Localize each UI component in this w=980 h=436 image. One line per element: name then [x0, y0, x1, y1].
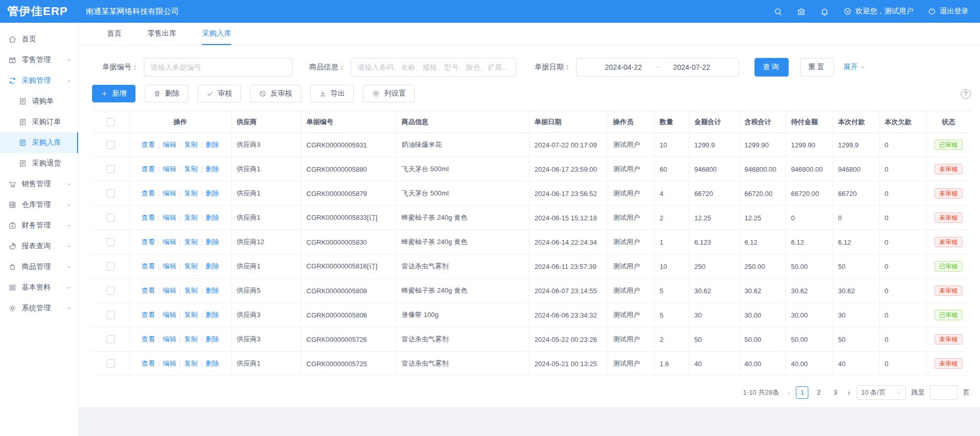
edit-link[interactable]: 编辑	[163, 165, 176, 173]
edit-link[interactable]: 编辑	[163, 287, 176, 294]
next-page-button[interactable]: ›	[847, 388, 851, 397]
copy-link[interactable]: 复制	[184, 214, 198, 221]
sidebar-item-warehouse-mgmt[interactable]: 仓库管理	[0, 194, 78, 215]
edit-link[interactable]: 编辑	[163, 141, 176, 148]
jump-page-input[interactable]	[930, 385, 958, 400]
row-checkbox[interactable]	[107, 359, 115, 368]
chevron-down-icon	[66, 285, 72, 291]
row-checkbox[interactable]	[107, 238, 115, 246]
delete-link[interactable]: 删除	[206, 262, 219, 270]
export-button[interactable]: 导出	[310, 85, 354, 102]
row-checkbox[interactable]	[107, 262, 115, 270]
delete-link[interactable]: 删除	[206, 335, 219, 343]
sidebar-item-basic-data[interactable]: 基本资料	[0, 277, 78, 298]
page-button-1[interactable]: 1	[796, 386, 808, 399]
sidebar-item-finance-mgmt[interactable]: 财务管理	[0, 215, 78, 236]
product-info-input[interactable]	[351, 58, 516, 77]
delete-link[interactable]: 删除	[206, 311, 219, 319]
delete-button[interactable]: 删除	[145, 85, 188, 102]
tab-retail-outbound[interactable]: 零售出库	[147, 23, 176, 45]
sidebar-item-home[interactable]: 首页	[0, 29, 78, 50]
cell-tax_total: 12.25	[739, 206, 786, 230]
bank-icon[interactable]	[797, 7, 806, 16]
audit-button[interactable]: 审核	[198, 85, 241, 102]
delete-link[interactable]: 删除	[206, 238, 219, 246]
date-to-value[interactable]: 2024-07-22	[673, 63, 711, 71]
column-header: 状态	[926, 111, 971, 133]
copy-link[interactable]: 复制	[184, 238, 198, 246]
row-checkbox[interactable]	[107, 214, 115, 222]
user-menu[interactable]: 欢迎您，测试用户	[843, 7, 913, 16]
copy-link[interactable]: 复制	[184, 165, 198, 173]
page-button-3[interactable]: 3	[829, 386, 841, 399]
view-link[interactable]: 查看	[141, 262, 155, 270]
delete-link[interactable]: 删除	[206, 141, 219, 148]
view-link[interactable]: 查看	[141, 214, 155, 221]
date-from-value[interactable]: 2024-04-22	[605, 63, 642, 71]
view-link[interactable]: 查看	[141, 311, 155, 319]
expand-toggle[interactable]: 展开	[843, 63, 866, 72]
sidebar-item-product-mgmt[interactable]: 商品管理	[0, 257, 78, 277]
add-button[interactable]: 新增	[92, 85, 135, 102]
edit-link[interactable]: 编辑	[163, 335, 176, 343]
view-link[interactable]: 查看	[141, 165, 155, 173]
view-link[interactable]: 查看	[141, 141, 155, 148]
tab-purchase-inbound[interactable]: 采购入库	[202, 23, 231, 45]
tab-home[interactable]: 首页	[107, 23, 122, 45]
row-checkbox[interactable]	[107, 287, 115, 295]
page-size-select[interactable]: 10 条/页	[856, 385, 906, 400]
date-range-picker[interactable]: 2024-04-22 ~ 2024-07-22	[576, 58, 739, 77]
page-button-2[interactable]: 2	[812, 386, 825, 399]
bill-no-input[interactable]	[144, 58, 293, 77]
delete-link[interactable]: 删除	[206, 359, 219, 367]
reset-button[interactable]: 重置	[800, 58, 834, 77]
unaudit-button[interactable]: 反审核	[250, 85, 301, 102]
edit-link[interactable]: 编辑	[163, 359, 176, 367]
view-link[interactable]: 查看	[141, 238, 155, 246]
copy-link[interactable]: 复制	[184, 189, 198, 197]
row-checkbox[interactable]	[107, 311, 115, 319]
logout-button[interactable]: 退出登录	[928, 7, 969, 16]
edit-link[interactable]: 编辑	[163, 214, 176, 221]
help-icon[interactable]: ?	[961, 89, 971, 99]
bell-icon[interactable]	[820, 7, 829, 16]
row-checkbox[interactable]	[107, 335, 115, 343]
table-row: 查看|编辑|复制|删除供应商1CGRK00000005833[订]蜂蜜柚子茶 2…	[92, 206, 971, 230]
delete-link[interactable]: 删除	[206, 189, 219, 197]
sidebar-item-purchase-return[interactable]: 采购退货	[0, 153, 78, 174]
sidebar-item-retail-mgmt[interactable]: 零售管理	[0, 50, 78, 70]
sidebar-item-purchase-inbound[interactable]: 采购入库	[0, 132, 78, 153]
sidebar-item-purchase-request[interactable]: 请购单	[0, 91, 78, 112]
row-checkbox[interactable]	[107, 165, 115, 173]
delete-link[interactable]: 删除	[206, 214, 219, 221]
row-checkbox[interactable]	[107, 189, 115, 198]
cell-supplier: 供应商12	[231, 230, 301, 254]
copy-link[interactable]: 复制	[184, 335, 198, 343]
edit-link[interactable]: 编辑	[163, 262, 176, 270]
sidebar-item-system-mgmt[interactable]: 系统管理	[0, 298, 78, 319]
view-link[interactable]: 查看	[141, 335, 155, 343]
column-settings-button[interactable]: 列设置	[363, 85, 415, 102]
copy-link[interactable]: 复制	[184, 262, 198, 270]
edit-link[interactable]: 编辑	[163, 189, 176, 197]
delete-link[interactable]: 删除	[206, 287, 219, 294]
sidebar-item-purchase-mgmt[interactable]: 采购管理	[0, 70, 78, 91]
sidebar-item-sales-mgmt[interactable]: 销售管理	[0, 174, 78, 194]
select-all-checkbox[interactable]	[107, 118, 115, 126]
copy-link[interactable]: 复制	[184, 287, 198, 294]
search-icon[interactable]	[774, 7, 782, 16]
search-button[interactable]: 查询	[755, 58, 789, 77]
copy-link[interactable]: 复制	[184, 141, 198, 148]
view-link[interactable]: 查看	[141, 359, 155, 367]
sidebar-item-purchase-order[interactable]: 采购订单	[0, 112, 78, 132]
copy-link[interactable]: 复制	[184, 311, 198, 319]
view-link[interactable]: 查看	[141, 287, 155, 294]
row-checkbox[interactable]	[107, 141, 115, 149]
edit-link[interactable]: 编辑	[163, 311, 176, 319]
sidebar-item-report-query[interactable]: 报表查询	[0, 236, 78, 257]
view-link[interactable]: 查看	[141, 189, 155, 197]
delete-link[interactable]: 删除	[206, 165, 219, 173]
edit-link[interactable]: 编辑	[163, 238, 176, 246]
prev-page-button[interactable]: ‹	[787, 388, 791, 397]
copy-link[interactable]: 复制	[184, 359, 198, 367]
